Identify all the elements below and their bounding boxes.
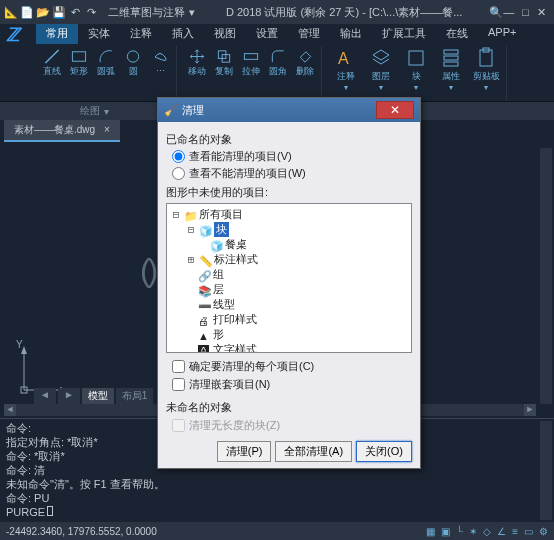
gear-icon[interactable]: ⚙: [539, 526, 548, 537]
model-tab[interactable]: 模型: [82, 388, 114, 404]
tab-output[interactable]: 输出: [330, 24, 372, 44]
minimize-button[interactable]: —: [503, 6, 514, 19]
dialog-titlebar[interactable]: 🧹 清理 ✕: [158, 98, 420, 122]
radio-purgeable[interactable]: 查看能清理的项目(V): [172, 149, 412, 164]
cmd-line: 命令: PU: [6, 491, 548, 505]
zero-length-checkbox[interactable]: 清理无长度的块(Z): [172, 418, 412, 433]
block-icon: 🧊: [199, 224, 211, 236]
collapse-icon[interactable]: ⊟: [186, 222, 196, 237]
fillet-tool[interactable]: 圆角: [266, 46, 290, 78]
close-dialog-button[interactable]: 关闭(O): [356, 441, 412, 462]
save-icon[interactable]: 💾: [52, 5, 66, 19]
quick-access: 📐 📄 📂 💾 ↶ ↷: [4, 5, 98, 19]
tree-item[interactable]: 层: [213, 282, 224, 297]
logo-icon: ℤ: [6, 24, 19, 46]
ortho-icon[interactable]: └: [456, 526, 463, 537]
copy-tool[interactable]: 复制: [212, 46, 236, 78]
tab-app[interactable]: APP+: [478, 24, 526, 44]
named-objects-label: 已命名的对象: [166, 132, 412, 147]
tab-manage[interactable]: 管理: [288, 24, 330, 44]
erase-tool[interactable]: 删除: [293, 46, 317, 78]
search-icon[interactable]: 🔍: [489, 6, 503, 19]
tree-item[interactable]: 文字样式: [213, 342, 257, 353]
close-button[interactable]: ✕: [537, 6, 546, 19]
tab-settings[interactable]: 设置: [246, 24, 288, 44]
tab-ext[interactable]: 扩展工具: [372, 24, 436, 44]
expand-icon[interactable]: ⊞: [186, 252, 196, 267]
app-icon: 📐: [4, 5, 18, 19]
ribbon-group-modify: 移动 复制 拉伸 圆角 删除: [181, 46, 322, 101]
annot-tool[interactable]: A注释▾: [330, 46, 362, 92]
cmd-line: 未知命令"清"。按 F1 查看帮助。: [6, 477, 548, 491]
line-tool[interactable]: 直线: [40, 46, 64, 78]
svg-rect-8: [444, 50, 458, 54]
maximize-button[interactable]: □: [522, 6, 529, 19]
doc-tab-close[interactable]: ×: [104, 124, 110, 135]
rect-tool[interactable]: 矩形: [67, 46, 91, 78]
tab-common[interactable]: 常用: [36, 24, 78, 44]
tree-item[interactable]: 标注样式: [214, 252, 258, 267]
layer-tool[interactable]: 图层▾: [365, 46, 397, 92]
svg-rect-9: [444, 56, 458, 60]
titlebar: 📐 📄 📂 💾 ↶ ↷ 二维草图与注释 ▾ D 2018 试用版 (剩余 27 …: [0, 0, 554, 24]
collapse-icon[interactable]: ⊟: [171, 207, 181, 222]
tree-item[interactable]: 打印样式: [213, 312, 257, 327]
clipboard-tool[interactable]: 剪贴板▾: [470, 46, 502, 92]
doc-tab-name: 素材——餐桌.dwg: [14, 124, 95, 135]
move-tool[interactable]: 移动: [185, 46, 209, 78]
open-icon[interactable]: 📂: [36, 5, 50, 19]
tab-solid[interactable]: 实体: [78, 24, 120, 44]
stretch-tool[interactable]: 拉伸: [239, 46, 263, 78]
nested-checkbox[interactable]: 清理嵌套项目(N): [172, 377, 412, 392]
dialog-close-button[interactable]: ✕: [376, 101, 414, 119]
more-draw-tool[interactable]: ⋯: [148, 46, 172, 78]
undo-icon[interactable]: ↶: [68, 5, 82, 19]
circle-tool[interactable]: 圆: [121, 46, 145, 78]
prop-tool[interactable]: 属性▾: [435, 46, 467, 92]
confirm-each-checkbox[interactable]: 确定要清理的每个项目(C): [172, 359, 412, 374]
tree-item[interactable]: 餐桌: [225, 237, 247, 252]
radio-nonpurgeable[interactable]: 查看不能清理的项目(W): [172, 166, 412, 181]
track-icon[interactable]: ∠: [497, 526, 506, 537]
tree-node-block[interactable]: 块: [214, 222, 229, 237]
unnamed-objects-label: 未命名的对象: [166, 400, 412, 415]
workspace-label: 二维草图与注释: [108, 5, 185, 20]
arrow-right-icon[interactable]: ►: [58, 388, 80, 404]
grid-icon[interactable]: ▦: [426, 526, 435, 537]
svg-rect-5: [244, 54, 257, 60]
block-tool[interactable]: 块▾: [400, 46, 432, 92]
purge-all-button[interactable]: 全部清理(A): [275, 441, 352, 462]
svg-text:A: A: [338, 50, 349, 67]
layer-icon: 📚: [198, 284, 210, 296]
tree-item[interactable]: 形: [213, 327, 224, 342]
svg-rect-7: [409, 51, 423, 65]
layout-tab[interactable]: 布局1: [116, 388, 154, 404]
tab-view[interactable]: 视图: [204, 24, 246, 44]
osnap-icon[interactable]: ◇: [483, 526, 491, 537]
model-icon[interactable]: ▭: [524, 526, 533, 537]
cmd-scrollbar[interactable]: [540, 421, 552, 520]
tree-root[interactable]: 所有项目: [199, 207, 243, 222]
new-icon[interactable]: 📄: [20, 5, 34, 19]
svg-point-2: [127, 51, 138, 62]
tree-item[interactable]: 线型: [213, 297, 235, 312]
doc-tab[interactable]: 素材——餐桌.dwg ×: [4, 120, 120, 142]
arrow-left-icon[interactable]: ◄: [34, 388, 56, 404]
group-icon: 🔗: [198, 269, 210, 281]
items-tree[interactable]: ⊟📁所有项目 ⊟🧊块 🧊餐桌 ⊞📏标注样式 🔗组 📚层 ➖线型 🖨打印样式 ▲形…: [166, 203, 412, 353]
tab-annot[interactable]: 注释: [120, 24, 162, 44]
unused-items-label: 图形中未使用的项目:: [166, 185, 412, 200]
tab-insert[interactable]: 插入: [162, 24, 204, 44]
shape-icon: ▲: [198, 329, 210, 341]
polar-icon[interactable]: ✶: [469, 526, 477, 537]
redo-icon[interactable]: ↷: [84, 5, 98, 19]
scrollbar-vertical[interactable]: [540, 148, 552, 404]
lweight-icon[interactable]: ≡: [512, 526, 518, 537]
arc-tool[interactable]: 圆弧: [94, 46, 118, 78]
tab-online[interactable]: 在线: [436, 24, 478, 44]
snap-icon[interactable]: ▣: [441, 526, 450, 537]
svg-text:Y: Y: [16, 340, 23, 350]
statusbar: -24492.3460, 17976.5552, 0.0000 ▦ ▣ └ ✶ …: [0, 522, 554, 540]
purge-button[interactable]: 清理(P): [217, 441, 272, 462]
tree-item[interactable]: 组: [213, 267, 224, 282]
